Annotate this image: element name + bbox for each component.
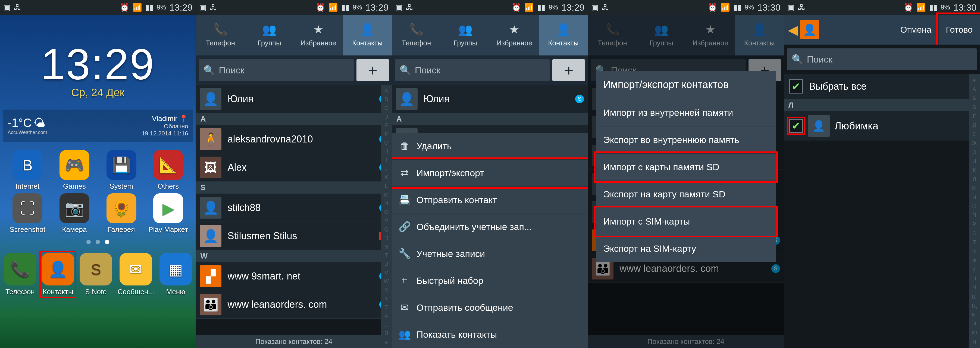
search-input[interactable]: 🔍Поиск [787,48,977,70]
contacts-screen: ▣🖧 ⏰📶▮▮9%13:29 📞Телефон 👥Группы ★Избранн… [196,0,392,348]
dock-messages[interactable]: ✉Сообщен... [118,253,154,296]
contact-select-row[interactable]: ✔ 👤 Любимка [784,111,980,140]
image-icon: ▣ [3,3,10,12]
app-screenshot[interactable]: ⛶Screenshot [5,193,50,234]
dialog-export-internal[interactable]: Экспорт во внутреннюю память [596,126,775,153]
status-bar: ▣ 🖧 ⏰ 📶 ▮▮ 9% 13:29 [0,0,196,15]
tab-phone[interactable]: 📞Телефон [392,15,441,56]
status-time: 13:29 [169,2,192,13]
dialog-export-sd[interactable]: Экспорт на карту памяти SD [596,181,775,208]
done-button[interactable]: Готово [939,15,980,45]
tab-favorites[interactable]: ★Избранное [294,15,343,56]
app-play[interactable]: ▶Play Маркет [146,193,191,234]
tab-phone[interactable]: 📞Телефон [196,15,245,56]
weather-widget[interactable]: -1°C🌤 AccuWeather.com Vladimir 📍 Облачно… [3,110,193,142]
wifi-icon: 🖧 [210,3,217,12]
contact-row[interactable]: 👤ЮлияS [196,85,391,113]
back-button[interactable]: ◀ 👤 [784,20,823,39]
wifi-icon: 🖧 [14,3,21,12]
dock-phone[interactable]: 📞Телефон [4,253,37,296]
contact-row[interactable]: 👤stilch88S [196,193,391,222]
tab-groups: 👥Группы [637,15,686,56]
select-contacts-screen: ▣🖧 ⏰📶▮▮9%13:30 ◀ 👤 Отмена Готово 🔍Поиск … [784,0,980,348]
wifi-icon: 📶 [133,3,142,12]
section-header: Л [784,99,980,111]
app-camera[interactable]: 📷Камера [52,193,97,234]
menu-merge-accounts[interactable]: 🔗Объединить учетные зап... [392,214,588,240]
menu-accounts[interactable]: 🔧Учетные записи [392,240,588,267]
menu-speed-dial[interactable]: ⌗Быстрый набор [392,267,588,294]
card-share-icon: 📇 [399,194,410,206]
add-contact-button[interactable]: + [356,59,389,81]
contact-row[interactable]: ▞www 9smart. netS [196,262,391,291]
page-indicator[interactable] [0,240,196,244]
cancel-button[interactable]: Отмена [893,15,939,45]
import-export-dialog-screen: ▣🖧 ⏰📶▮▮9%13:30 📞Телефон 👥Группы ★Избранн… [588,0,784,348]
contacts-app-icon: 👤 [800,20,819,39]
contact-row[interactable]: 🖼AlexS [196,153,391,182]
app-games[interactable]: 🎮Games [52,150,97,191]
menu-delete[interactable]: 🗑Удалить [392,132,588,160]
section-header: W [196,250,391,262]
tab-contacts[interactable]: 👤Контакты [343,15,391,56]
status-bar: ▣🖧 ⏰📶▮▮9%13:30 [588,0,784,15]
contact-row[interactable]: 🧍aleksandrovna2010S [196,125,391,153]
message-icon: ✉ [399,302,410,313]
app-system[interactable]: 💾System [99,150,143,191]
menu-send-contact[interactable]: 📇Отправить контакт [392,187,588,214]
menu-send-message[interactable]: ✉Отправить сообщение [392,294,588,321]
dock-contacts[interactable]: 👤Контакты [41,253,74,296]
checkbox-checked-icon[interactable]: ✔ [789,80,803,94]
home-screen: ▣ 🖧 ⏰ 📶 ▮▮ 9% 13:29 13:29 Ср, 24 Дек -1°… [0,0,196,348]
status-bar: ▣🖧 ⏰📶▮▮9%13:29 [392,0,588,15]
tab-groups[interactable]: 👥Группы [441,15,490,56]
battery-percent: 9% [157,3,166,11]
checkbox-checked-icon[interactable]: ✔ [789,119,803,133]
dialog-import-sd[interactable]: Импорт с карты памяти SD [596,153,775,181]
contact-row[interactable]: 👪www leanaorders. comS [196,291,391,319]
dialog-title: Импорт/экспорт контактов [596,71,775,99]
app-others[interactable]: 📐Others [146,150,191,191]
alarm-icon: ⏰ [120,3,129,12]
tab-contacts[interactable]: 👤Контакты [539,15,588,56]
image-icon: ▣ [199,3,206,12]
wrench-icon: 🔧 [399,248,410,259]
dialog-export-sim[interactable]: Экспорт на SIM-карту [596,235,775,262]
context-menu: 🗑Удалить ⇄Импорт/экспорт 📇Отправить конт… [392,132,588,348]
contact-row[interactable]: 👤Stilusmen Stilusg [196,222,391,250]
index-scroller[interactable]: #АБВГДЕЖЗИКЛМНОПРСТУФХЦЧШЩЫЭЮЯ [969,74,980,348]
weather-city: Vladimir 📍 [142,115,188,123]
swap-icon: ⇄ [399,167,410,179]
tab-phone: 📞Телефон [588,15,637,56]
chevron-left-icon: ◀ [788,22,798,37]
menu-show-contacts[interactable]: 👥Показать контакты [392,321,588,348]
tab-contacts: 👤Контакты [735,15,784,56]
weather-cond: Облачно [142,123,188,130]
add-contact-button[interactable]: + [552,59,585,81]
app-internet[interactable]: BInternet [5,150,50,191]
alarm-icon: ⏰ [316,3,325,12]
search-input[interactable]: 🔍Поиск [199,59,353,81]
tab-favorites[interactable]: ★Избранное [490,15,539,56]
search-icon: 🔍 [792,54,803,65]
dock-menu[interactable]: ▦Меню [159,253,192,296]
index-scroller[interactable]: ABCDEFGHIJKLMNOPQRSTUVWXYZА...Я# [381,85,392,348]
contacts-menu-screen: ▣🖧 ⏰📶▮▮9%13:29 📞Телефон 👥Группы ★Избранн… [392,0,588,348]
import-export-dialog: Импорт/экспорт контактов Импорт из внутр… [596,71,775,262]
tab-groups[interactable]: 👥Группы [245,15,294,56]
weather-ts: 19.12.2014 11:16 [142,130,188,137]
status-bar: ▣🖧 ⏰📶▮▮9%13:30 [784,0,980,15]
trash-icon: 🗑 [399,140,410,152]
search-input[interactable]: 🔍Поиск [395,59,550,81]
app-gallery[interactable]: 🌻Галерея [99,193,143,234]
status-bar: ▣🖧 ⏰📶▮▮9%13:29 [196,0,391,15]
select-all-row[interactable]: ✔ Выбрать все [784,74,980,99]
clock-widget[interactable]: 13:29 Ср, 24 Дек [0,39,196,99]
dialog-import-sim[interactable]: Импорт с SIM-карты [596,208,775,235]
dialog-import-internal[interactable]: Импорт из внутренней памяти [596,99,775,126]
clock-date: Ср, 24 Дек [0,86,196,99]
contact-name: Любимка [835,120,878,132]
menu-import-export[interactable]: ⇄Импорт/экспорт [392,160,588,187]
signal-icon: ▮▮ [145,3,154,12]
dock-snote[interactable]: SS Note [80,253,112,296]
